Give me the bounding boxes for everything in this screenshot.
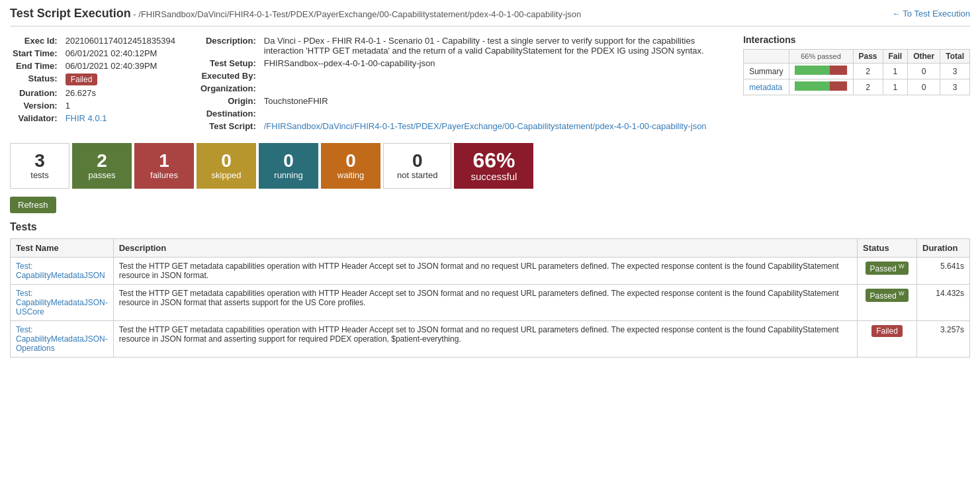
test-desc-cell: Test the HTTP GET metadata capabilities … [113, 321, 857, 358]
stat-skipped-label: skipped [212, 170, 242, 180]
page-title: Test Script Execution - /FHIRSandbox/DaV… [10, 7, 581, 21]
stat-running: 0 running [259, 143, 318, 189]
status-badge: Failed [871, 325, 903, 337]
executed-by-label: Executed By: [198, 70, 261, 82]
stat-success-pct: 66% [472, 150, 515, 171]
stat-tests-label: tests [30, 170, 48, 180]
int-col-fail: Fail [883, 50, 908, 64]
int-col-name [744, 50, 789, 64]
version-label: Version: [10, 99, 63, 112]
destination-value [261, 107, 709, 120]
test-script-label: Test Script: [198, 120, 261, 132]
stat-success: 66% successful [454, 143, 533, 189]
test-setup-value: FHIRSandbox--pdex-4-0-1-00-capability-js… [261, 57, 709, 70]
table-row: Test: CapabilityMetadataJSON-Operations … [11, 321, 970, 358]
stat-running-count: 0 [283, 152, 294, 170]
stat-waiting: 0 waiting [321, 143, 380, 189]
exec-id-label: Exec Id: [10, 34, 63, 47]
int-col-pct: 66% passed [789, 50, 853, 64]
int-row-bar [789, 79, 853, 95]
col-header-status: Status [858, 239, 917, 258]
test-status-cell: Passed W [858, 285, 917, 321]
stat-success-label: successful [470, 171, 517, 182]
stat-waiting-count: 0 [345, 152, 356, 170]
refresh-button[interactable]: Refresh [10, 197, 56, 213]
duration-label: Duration: [10, 87, 63, 99]
test-setup-label: Test Setup: [198, 57, 261, 70]
origin-value: TouchstoneFHIR [261, 95, 709, 107]
col-header-duration: Duration [917, 239, 970, 258]
int-col-other: Other [908, 50, 940, 64]
exec-id-value: 20210601174012451835394 [63, 34, 178, 47]
test-duration-cell: 14.432s [917, 285, 970, 321]
interactions-panel: Interactions 66% passed Pass Fail Other … [743, 34, 970, 132]
int-row-pass: 2 [853, 79, 883, 95]
validator-link[interactable]: FHIR 4.0.1 [66, 113, 107, 123]
stat-failures-label: failures [150, 170, 178, 180]
col-header-desc: Description [113, 239, 857, 258]
int-row-bar [789, 64, 853, 79]
interactions-table: 66% passed Pass Fail Other Total Summary… [743, 49, 970, 95]
int-row-other: 0 [908, 64, 940, 79]
stat-tests: 3 tests [10, 143, 69, 189]
test-name-link[interactable]: Test: CapabilityMetadataJSON [16, 262, 105, 280]
table-row: Test: CapabilityMetadataJSON Test the HT… [11, 258, 970, 285]
stat-passes-count: 2 [97, 152, 107, 170]
back-link[interactable]: To Test Execution [892, 9, 970, 19]
stat-tests-count: 3 [34, 152, 45, 170]
int-row-fail: 1 [883, 64, 908, 79]
test-status-cell: Failed [858, 321, 917, 358]
description-value: Da Vinci - PDex - FHIR R4-0-1 - Scenario… [261, 34, 709, 57]
int-col-pass: Pass [853, 50, 883, 64]
duration-value: 26.627s [63, 87, 178, 99]
stat-passes-label: passes [88, 170, 115, 180]
int-row-name[interactable]: metadata [744, 79, 789, 95]
test-name-link[interactable]: Test: CapabilityMetadataJSON-USCore [16, 289, 108, 316]
int-col-total: Total [940, 50, 970, 64]
status-badge: Passed W [866, 289, 909, 302]
int-row-other: 0 [908, 79, 940, 95]
start-time-value: 06/01/2021 02:40:12PM [63, 47, 178, 60]
test-duration-cell: 3.257s [917, 321, 970, 358]
stat-skipped-count: 0 [221, 152, 232, 170]
test-name-cell: Test: CapabilityMetadataJSON [11, 258, 114, 285]
meta-center: Description: Da Vinci - PDex - FHIR R4-0… [198, 34, 723, 132]
description-label: Description: [198, 34, 261, 57]
tests-section: Tests Test Name Description Status Durat… [10, 221, 970, 358]
meta-left: Exec Id: 20210601174012451835394 Start T… [10, 34, 178, 132]
end-time-value: 06/01/2021 02:40:39PM [63, 60, 178, 72]
tests-table: Test Name Description Status Duration Te… [10, 238, 970, 358]
int-row-name: Summary [744, 64, 789, 79]
stats-row: 3 tests 2 passes 1 failures 0 skipped 0 … [10, 143, 970, 189]
test-name-cell: Test: CapabilityMetadataJSON-Operations [11, 321, 114, 358]
test-desc-cell: Test the HTTP GET metadata capabilities … [113, 285, 857, 321]
stat-skipped: 0 skipped [197, 143, 256, 189]
interactions-title: Interactions [743, 34, 970, 45]
int-row-fail: 1 [883, 79, 908, 95]
stat-passes: 2 passes [72, 143, 132, 189]
destination-label: Destination: [198, 107, 261, 120]
test-script-link[interactable]: /FHIRSandbox/DaVinci/FHIR4-0-1-Test/PDEX… [264, 121, 707, 131]
int-row-total: 3 [940, 64, 970, 79]
start-time-label: Start Time: [10, 47, 63, 60]
test-status-cell: Passed W [858, 258, 917, 285]
test-desc-cell: Test the HTTP GET metadata capabilities … [113, 258, 857, 285]
executed-by-value [261, 70, 709, 82]
int-row-total: 3 [940, 79, 970, 95]
organization-value [261, 82, 709, 95]
status-badge: Failed [66, 73, 98, 85]
stat-failures: 1 failures [134, 143, 194, 189]
end-time-label: End Time: [10, 60, 63, 72]
meta-section: Exec Id: 20210601174012451835394 Start T… [10, 34, 970, 132]
stat-not-started-count: 0 [412, 152, 423, 170]
stat-not-started: 0 not started [383, 143, 451, 189]
stat-waiting-label: waiting [337, 170, 364, 180]
organization-label: Organization: [198, 82, 261, 95]
stat-running-label: running [274, 170, 302, 180]
stat-failures-count: 1 [159, 152, 169, 170]
int-row-pass: 2 [853, 64, 883, 79]
test-name-cell: Test: CapabilityMetadataJSON-USCore [11, 285, 114, 321]
tests-section-title: Tests [10, 221, 970, 233]
test-name-link[interactable]: Test: CapabilityMetadataJSON-Operations [16, 325, 108, 353]
validator-label: Validator: [10, 112, 63, 124]
